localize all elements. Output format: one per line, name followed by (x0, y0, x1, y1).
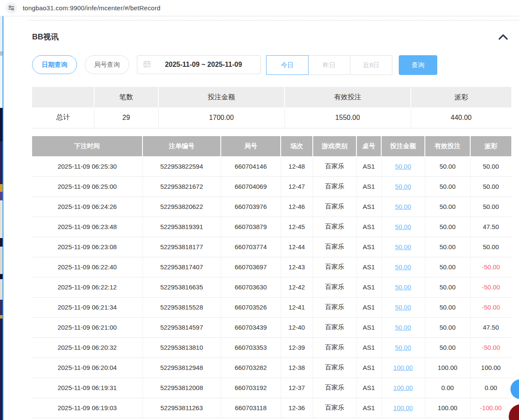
round-query-tab[interactable]: 局号查询 (85, 55, 129, 74)
bet-amount-cell[interactable]: 50.00 (381, 176, 425, 197)
filter-toolbar: 日期查询 局号查询 2025-11-09 (32, 55, 511, 75)
bet-record-row: 2025-11-09 06:24:26522953820622660703976… (32, 197, 511, 217)
order-number-cell: 522953819391 (142, 217, 221, 237)
game-type-cell: 百家乐 (313, 378, 356, 398)
bet-amount-link[interactable]: 50.00 (395, 163, 411, 170)
payout-cell: -100.00 (470, 398, 511, 418)
valid-bet-cell: 50.00 (425, 176, 470, 197)
summary-count-value: 29 (94, 107, 158, 128)
screenshot-viewport: tongbao31.com:9900/infe/mcenter/#/betRec… (0, 0, 519, 420)
bet-amount-link[interactable]: 100.00 (393, 384, 413, 391)
round-number-cell: 660704069 (221, 176, 281, 197)
session-cell: 12-45 (281, 217, 313, 237)
payout-cell: -50.00 (470, 257, 511, 277)
bet-amount-cell[interactable]: 50.00 (381, 237, 425, 257)
bets-header-round-number: 局号 (221, 136, 281, 156)
search-button[interactable]: 查询 (399, 55, 437, 75)
bet-time-cell: 2025-11-09 06:25:30 (32, 156, 142, 176)
bet-amount-cell[interactable]: 50.00 (381, 297, 425, 317)
bet-record-row: 2025-11-09 06:19:03522953811263660703118… (32, 398, 511, 418)
bets-header-row: 下注时间 注单编号 局号 场次 游戏类别 桌号 投注金额 有效投注 派彩 (32, 136, 511, 156)
valid-bet-cell: 100.00 (425, 357, 470, 378)
table-number-cell: AS1 (356, 176, 381, 197)
bet-time-cell: 2025-11-09 06:20:32 (32, 337, 142, 357)
bet-time-cell: 2025-11-09 06:20:04 (32, 357, 142, 378)
bet-amount-cell[interactable]: 100.00 (381, 398, 425, 418)
payout-cell: -50.00 (470, 297, 511, 317)
bet-amount-cell[interactable]: 50.00 (381, 217, 425, 237)
bets-table-body: 2025-11-09 06:25:30522953822594660704146… (32, 156, 511, 418)
bet-amount-link[interactable]: 100.00 (393, 404, 413, 411)
bet-time-cell: 2025-11-09 06:23:08 (32, 237, 142, 257)
bet-amount-link[interactable]: 50.00 (395, 324, 411, 331)
bet-amount-link[interactable]: 50.00 (395, 304, 411, 311)
bet-amount-cell[interactable]: 100.00 (381, 378, 425, 398)
session-cell: 12-36 (281, 398, 313, 418)
bet-record-row: 2025-11-09 06:19:31522953812008660703192… (32, 378, 511, 398)
order-number-cell: 522953811263 (142, 398, 221, 418)
valid-bet-cell: 0.00 (425, 378, 470, 398)
bet-record-row: 2025-11-09 06:21:00522953814597660703439… (32, 317, 511, 337)
game-type-cell: 百家乐 (313, 398, 356, 418)
order-number-cell: 522953816635 (142, 277, 221, 297)
url-text[interactable]: tongbao31.com:9900/infe/mcenter/#/betRec… (23, 4, 160, 12)
today-button[interactable]: 今日 (266, 55, 308, 75)
bet-amount-link[interactable]: 50.00 (395, 344, 411, 351)
date-query-tab[interactable]: 日期查询 (32, 55, 77, 74)
payout-cell: 50.00 (470, 237, 511, 257)
bet-record-row: 2025-11-09 06:20:04522953812948660703282… (32, 357, 511, 378)
session-cell: 12-37 (281, 378, 313, 398)
bet-amount-link[interactable]: 100.00 (393, 364, 413, 371)
site-settings-icon[interactable] (6, 2, 17, 14)
bet-time-cell: 2025-11-09 06:22:40 (32, 257, 142, 277)
collapse-panel-button[interactable] (497, 32, 510, 42)
round-number-cell: 660703526 (221, 297, 281, 317)
bet-amount-cell[interactable]: 50.00 (381, 277, 425, 297)
order-number-cell: 522953820622 (142, 197, 221, 217)
bets-header-valid-bet: 有效投注 (425, 136, 470, 156)
bet-amount-cell[interactable]: 50.00 (381, 197, 425, 217)
valid-bet-cell: 50.00 (425, 217, 470, 237)
round-number-cell: 660703976 (221, 197, 281, 217)
bet-amount-cell[interactable]: 50.00 (381, 337, 425, 357)
yesterday-button[interactable]: 昨日 (308, 55, 350, 75)
bet-record-page: BB视讯 日期查询 局号查询 (3, 16, 519, 420)
bets-header-order-number: 注单编号 (142, 136, 221, 156)
valid-bet-cell: 50.00 (425, 317, 470, 337)
page-title: BB视讯 (32, 32, 59, 42)
bet-amount-cell[interactable]: 50.00 (381, 156, 425, 176)
bet-amount-link[interactable]: 50.00 (395, 263, 411, 271)
bet-records-table: 下注时间 注单编号 局号 场次 游戏类别 桌号 投注金额 有效投注 派彩 202… (32, 136, 511, 418)
order-number-cell: 522953813810 (142, 337, 221, 357)
valid-bet-cell: 50.00 (425, 197, 470, 217)
game-type-cell: 百家乐 (313, 176, 356, 197)
bet-record-row: 2025-11-09 06:22:40522953817407660703697… (32, 257, 511, 277)
bet-time-cell: 2025-11-09 06:21:34 (32, 297, 142, 317)
bet-amount-cell[interactable]: 50.00 (381, 317, 425, 337)
bet-time-cell: 2025-11-09 06:23:48 (32, 217, 142, 237)
bet-record-row: 2025-11-09 06:20:32522953813810660703353… (32, 337, 511, 357)
bet-amount-link[interactable]: 50.00 (395, 223, 411, 230)
bet-amount-link[interactable]: 50.00 (395, 183, 411, 190)
table-number-cell: AS1 (356, 257, 381, 277)
last-8-days-button[interactable]: 近8日 (350, 55, 392, 75)
session-cell: 12-38 (281, 357, 313, 378)
date-range-picker[interactable]: 2025-11-09 ~ 2025-11-09 (137, 55, 261, 74)
table-number-cell: AS1 (356, 357, 381, 378)
valid-bet-cell: 50.00 (425, 237, 470, 257)
game-type-cell: 百家乐 (313, 237, 356, 257)
summary-header-payout: 派彩 (411, 87, 511, 107)
summary-header-bet-amount: 投注金额 (158, 87, 285, 107)
round-number-cell: 660703630 (221, 277, 281, 297)
summary-header-blank (32, 87, 94, 107)
order-number-cell: 522953812008 (142, 378, 221, 398)
bet-amount-cell[interactable]: 50.00 (381, 257, 425, 277)
bets-header-session: 场次 (281, 136, 313, 156)
bet-time-cell: 2025-11-09 06:19:31 (32, 378, 142, 398)
bet-amount-cell[interactable]: 100.00 (381, 357, 425, 378)
bet-amount-link[interactable]: 50.00 (395, 203, 411, 210)
round-number-cell: 660703879 (221, 217, 281, 237)
order-number-cell: 522953822594 (142, 156, 221, 176)
bet-amount-link[interactable]: 50.00 (395, 243, 411, 250)
bet-amount-link[interactable]: 50.00 (395, 283, 411, 291)
